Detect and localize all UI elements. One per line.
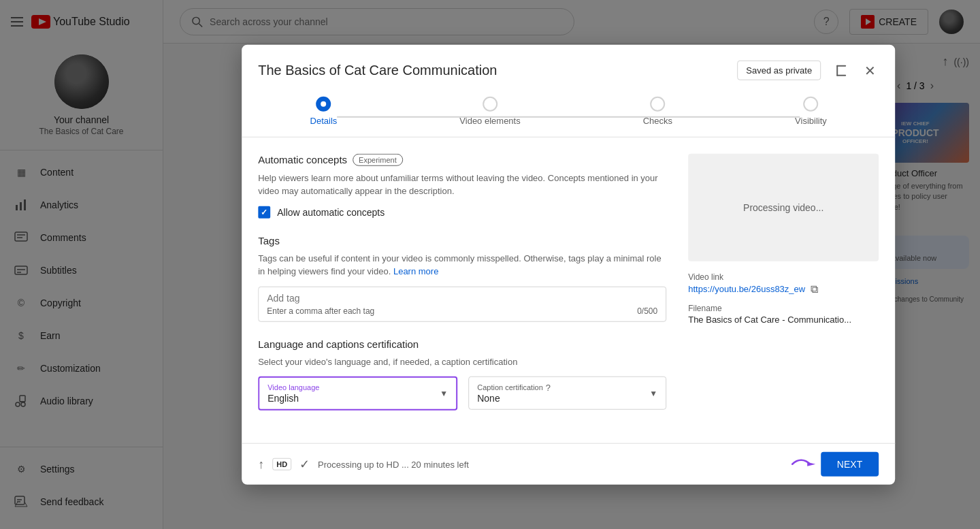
tag-input[interactable] <box>267 292 657 303</box>
automatic-concepts-section: Automatic concepts Experiment Help viewe… <box>258 153 666 218</box>
modal-body: Automatic concepts Experiment Help viewe… <box>242 137 895 443</box>
modal-header: The Basics of Cat Care Communication Sav… <box>242 44 895 82</box>
step-label-visibility: Visibility <box>795 115 827 125</box>
step-checks[interactable]: Checks <box>643 96 672 125</box>
svg-rect-21 <box>836 74 846 76</box>
copy-icon[interactable]: ⧉ <box>811 283 818 295</box>
automatic-concepts-title: Automatic concepts Experiment <box>258 153 666 165</box>
saved-badge: Saved as private <box>737 61 821 80</box>
caption-value: None <box>477 393 657 404</box>
tag-hint: Enter a comma after each tag <box>267 306 374 315</box>
close-button[interactable]: ✕ <box>862 59 879 81</box>
tag-count: 0/500 <box>637 306 657 315</box>
learn-more-link[interactable]: Learn more <box>393 266 438 276</box>
flag-icon[interactable] <box>829 58 853 82</box>
tag-input-wrapper: Enter a comma after each tag 0/500 <box>258 286 666 321</box>
caption-label: Caption certification <box>477 383 543 391</box>
footer-left: ↑ HD ✓ Processing up to HD ... 20 minute… <box>258 457 469 472</box>
modal-title: The Basics of Cat Care Communication <box>258 63 497 78</box>
lang-caption-row: Video language English ▼ Caption certifi… <box>258 376 666 411</box>
check-icon: ✓ <box>299 457 310 472</box>
svg-rect-20 <box>836 65 846 66</box>
filename-section: Filename The Basics of Cat Care - Commun… <box>688 303 879 324</box>
video-link-row: https://youtu.be/26uss83z_ew ⧉ <box>688 283 879 295</box>
step-video-elements[interactable]: Video elements <box>459 96 520 125</box>
filename-label: Filename <box>688 303 879 312</box>
processing-text: Processing video... <box>743 202 823 212</box>
step-dot-details <box>316 96 331 111</box>
modal-left: Automatic concepts Experiment Help viewe… <box>258 153 672 427</box>
video-link[interactable]: https://youtu.be/26uss83z_ew <box>688 284 805 294</box>
modal-right: Processing video... Video link https://y… <box>688 153 879 427</box>
step-label-video-elements: Video elements <box>459 115 520 125</box>
caption-help-icon: ? <box>546 383 551 393</box>
video-link-section: Video link https://youtu.be/26uss83z_ew … <box>688 272 879 295</box>
language-captions-section: Language and captions certification Sele… <box>258 338 666 411</box>
automatic-concepts-desc: Help viewers learn more about unfamiliar… <box>258 171 666 197</box>
step-dot-visibility <box>803 96 818 111</box>
processing-status: Processing up to HD ... 20 minutes left <box>318 459 469 469</box>
step-label-checks: Checks <box>643 115 672 125</box>
tags-title: Tags <box>258 234 666 246</box>
step-label-details: Details <box>310 115 338 125</box>
step-visibility[interactable]: Visibility <box>795 96 827 125</box>
svg-rect-22 <box>836 65 838 76</box>
allow-concepts-row: Allow automatic concepts <box>258 206 666 218</box>
video-preview: Processing video... <box>688 153 879 261</box>
video-meta: Video link https://youtu.be/26uss83z_ew … <box>688 272 879 324</box>
video-language-value: English <box>267 393 448 404</box>
experiment-badge: Experiment <box>353 153 403 165</box>
video-language-arrow-icon: ▼ <box>440 389 448 398</box>
upload-progress-icon: ↑ <box>258 457 264 471</box>
step-dot-video-elements <box>483 96 497 111</box>
caption-certification-select[interactable]: Caption certification ? None ▼ <box>468 376 666 410</box>
allow-concepts-checkbox[interactable] <box>258 206 270 218</box>
modal-footer: ↑ HD ✓ Processing up to HD ... 20 minute… <box>242 443 895 485</box>
tags-desc: Tags can be useful if content in your vi… <box>258 251 666 278</box>
video-link-label: Video link <box>688 272 879 281</box>
step-details[interactable]: Details <box>310 96 338 125</box>
step-dot-checks <box>650 96 665 111</box>
purple-arrow-icon <box>791 456 818 472</box>
video-language-select[interactable]: Video language English ▼ <box>258 376 457 411</box>
next-button[interactable]: NEXT <box>821 452 879 477</box>
language-captions-title: Language and captions certification <box>258 338 666 349</box>
caption-arrow-icon: ▼ <box>649 388 657 398</box>
language-captions-desc: Select your video's language and, if nee… <box>258 355 666 368</box>
tags-section: Tags Tags can be useful if content in yo… <box>258 234 666 321</box>
svg-marker-23 <box>807 462 815 466</box>
filename-value: The Basics of Cat Care - Communicatio... <box>688 314 879 324</box>
next-label: NEXT <box>837 459 862 470</box>
upload-modal: The Basics of Cat Care Communication Sav… <box>242 44 895 485</box>
hd-badge: HD <box>272 458 291 470</box>
modal-header-right: Saved as private ✕ <box>737 58 879 82</box>
allow-concepts-label: Allow automatic concepts <box>277 206 385 217</box>
stepper: Details Video elements Checks Visibility <box>242 82 895 137</box>
video-language-label: Video language <box>267 383 448 391</box>
